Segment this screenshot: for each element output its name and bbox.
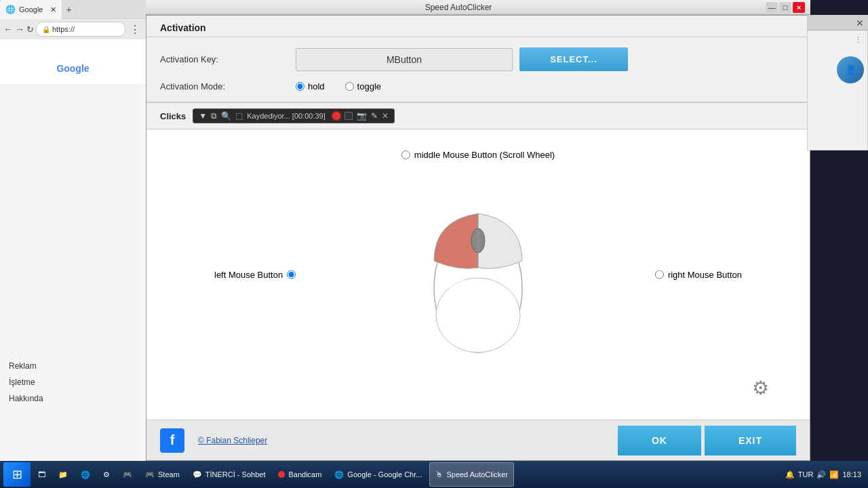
browser-pin-icon: 🌐 [81,470,90,479]
maximize-btn[interactable]: □ [779,2,791,13]
hold-label: hold [308,81,325,92]
taskbar-steam[interactable]: 🎮 Steam [140,462,185,487]
tab-label: Google [19,5,43,14]
svg-point-3 [436,278,520,352]
taskbar-browser-pin[interactable]: 🌐 [75,462,96,487]
record-time: Kaydediyor... [00:00:39] [247,112,326,120]
window-title: Speed AutoClicker [151,3,766,12]
hold-option[interactable]: hold [296,81,325,92]
edit-icon[interactable]: ✎ [371,111,378,121]
left-button-label: left Mouse Button [214,270,283,280]
screen-icon[interactable]: ⬚ [235,111,243,121]
menu-btn[interactable]: ⋮ [127,23,142,36]
middle-button-radio[interactable] [401,150,410,159]
select-button[interactable]: SELECT... [519,47,628,71]
chrome-label: Google - Google Chr... [347,470,422,479]
right-mouse-option: right Mouse Button [655,270,742,280]
taskbar-autoclicker[interactable]: 🖱 Speed AutoClicker [429,462,514,487]
bottom-left: f © Fabian Schlieper [160,428,267,453]
credit-link[interactable]: © Fabian Schlieper [198,436,267,445]
user-avatar: 👤 [837,56,864,83]
bandicam-icon [278,471,285,478]
left-button-radio[interactable] [287,270,296,279]
facebook-icon[interactable]: f [160,428,184,453]
camera-icon[interactable]: 📷 [357,111,367,121]
overflow-titlebar: ✕ [808,16,867,30]
taskbar: ⊞ 🗔 📁 🌐 ⚙ 🎮 🎮 Steam 💬 TİNERCİ - Sohbet B… [0,461,868,488]
taskbar-explorer[interactable]: 📁 [53,462,73,487]
taskbar-files[interactable]: 🗔 [33,462,51,487]
hold-radio[interactable] [296,82,304,91]
minimize-btn[interactable]: — [766,2,778,13]
settings-pin-icon: ⚙ [103,470,110,479]
taskbar-bandicam[interactable]: Bandicam [273,462,327,487]
forward-btn[interactable]: → [15,24,24,35]
ok-button[interactable]: OK [618,426,701,455]
toggle-option[interactable]: toggle [345,81,381,92]
browser-content: Google [0,39,146,84]
taskbar-game-pin[interactable]: 🎮 [117,462,138,487]
activation-mode-row: Activation Mode: hold toggle [160,81,796,92]
mouse-illustration [410,180,546,369]
main-window: Activation Activation Key: MButton SELEC… [146,15,810,461]
bottom-buttons: OK EXIT [618,426,796,455]
activation-section: Activation Key: MButton SELECT... Activa… [146,37,810,103]
right-overflow-window: ✕ ⋮ 👤 [807,15,868,150]
explorer-icon: 📁 [58,470,68,479]
bottom-bar: f © Fabian Schlieper OK EXIT [146,420,810,460]
overflow-close[interactable]: ✕ [856,18,864,28]
exit-button[interactable]: EXIT [705,426,796,455]
toolbar-close[interactable]: ✕ [382,111,389,121]
sidebar-reklam[interactable]: Reklam [3,358,142,374]
sidebar-isletme[interactable]: İşletme [3,374,142,390]
tray-network: 📶 [829,470,839,479]
title-bar: Speed AutoClicker — □ × [146,0,810,15]
autoclicker-label: Speed AutoClicker [446,470,508,479]
new-tab-btn[interactable]: + [62,0,75,18]
dropdown-icon[interactable]: ▼ [199,111,207,121]
mouse-diagram-area: middle Mouse Button (Scroll Wheel) left … [146,129,810,420]
right-button-radio[interactable] [655,270,664,279]
close-btn[interactable]: × [793,2,805,13]
google-logo: Google [3,56,142,81]
autoclicker-icon: 🖱 [435,470,443,479]
tab-close[interactable]: ✕ [50,5,56,14]
chrome-icon: 🌐 [334,470,344,479]
taskbar-chrome[interactable]: 🌐 Google - Google Chr... [329,462,427,487]
steam-icon: 🎮 [145,470,155,479]
tray-volume: 🔊 [816,470,826,479]
tray-keyboard: TUR [798,470,814,479]
browser-window: 🌐 Google ✕ + ← → ↻ 🔒 https:// ⋮ Google R… [0,0,146,461]
files-icon: 🗔 [38,470,45,479]
activation-key-display: MButton [296,48,513,71]
clicks-label: Clicks [160,111,186,121]
overflow-content: ⋮ [808,30,867,50]
activation-header: Activation [146,16,810,37]
middle-button-label: middle Mouse Button (Scroll Wheel) [414,150,555,160]
clock-time: 18:13 [842,470,861,479]
sidebar-hakkinda[interactable]: Hakkında [3,390,142,407]
overflow-menu-icon[interactable]: ⋮ [811,34,864,47]
activation-mode-label: Activation Mode: [160,81,296,92]
taskbar-settings-pin[interactable]: ⚙ [98,462,115,487]
browser-tab[interactable]: 🌐 Google ✕ [0,0,62,19]
steam-label: Steam [158,470,180,479]
taskbar-tray: 🔔 TUR 🔊 📶 18:13 [782,470,865,479]
settings-gear-icon[interactable]: ⚙ [752,377,769,399]
refresh-btn[interactable]: ↻ [26,24,34,35]
game-pin-icon: 🎮 [123,470,132,479]
taskbar-tinerci[interactable]: 💬 TİNERCİ - Sohbet [187,462,271,487]
tray-icon-1: 🔔 [785,470,795,479]
zoom-icon[interactable]: 🔍 [221,111,231,121]
copy-icon[interactable]: ⧉ [211,111,217,121]
toggle-label: toggle [357,81,381,92]
left-mouse-option: left Mouse Button [214,270,296,280]
stop-icon[interactable] [344,112,353,120]
toggle-radio[interactable] [345,82,354,91]
activation-key-row: Activation Key: MButton SELECT... [160,47,796,71]
bandicam-label: Bandicam [288,470,321,479]
start-button[interactable]: ⊞ [3,462,31,487]
clicks-section: Clicks ▼ ⧉ 🔍 ⬚ Kaydediyor... [00:00:39] … [146,103,810,420]
clicks-header: Clicks ▼ ⧉ 🔍 ⬚ Kaydediyor... [00:00:39] … [146,103,810,129]
back-btn[interactable]: ← [3,24,13,35]
